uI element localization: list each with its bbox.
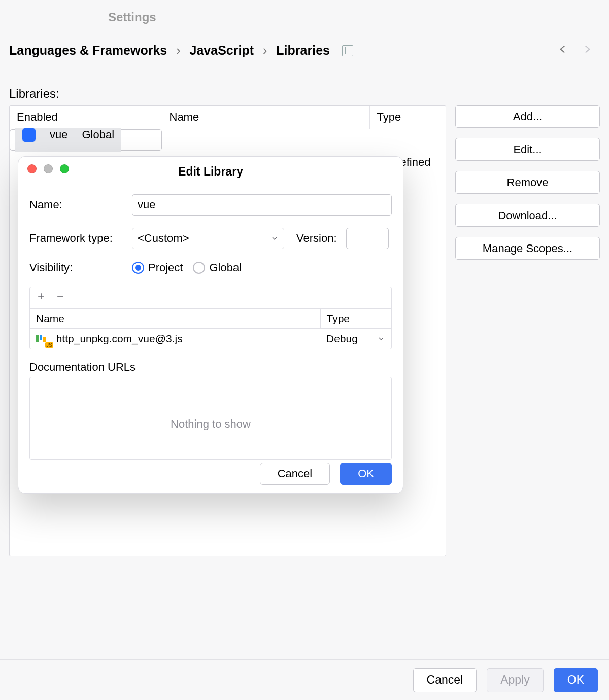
window-close-icon[interactable]	[27, 164, 37, 173]
expand-panel-icon[interactable]	[342, 45, 353, 56]
breadcrumb: Languages & Frameworks › JavaScript › Li…	[9, 43, 556, 58]
chevron-down-icon[interactable]	[377, 335, 385, 343]
visibility-global-radio[interactable]: Global	[193, 261, 242, 274]
empty-state-text: Nothing to show	[30, 399, 391, 459]
breadcrumb-item-libraries[interactable]: Libraries	[276, 43, 330, 58]
dialog-ok-button[interactable]: OK	[340, 463, 392, 485]
dialog-cancel-button[interactable]: Cancel	[260, 463, 330, 485]
js-file-icon	[36, 334, 46, 344]
files-col-name[interactable]: Name	[30, 309, 320, 328]
window-minimize-icon	[44, 164, 53, 173]
remove-button[interactable]: Remove	[455, 171, 600, 194]
visibility-label: Visibility:	[29, 261, 132, 274]
ok-button[interactable]: OK	[554, 668, 598, 692]
framework-type-select[interactable]: <Custom>	[132, 228, 284, 249]
file-name: http_unpkg.com_vue@3.js	[56, 333, 183, 344]
version-label: Version:	[296, 232, 337, 245]
documentation-urls-label: Documentation URLs	[29, 361, 392, 374]
dialog-title: Edit Library	[18, 158, 403, 179]
libraries-label: Libraries:	[9, 87, 600, 101]
nav-forward-icon[interactable]	[581, 43, 594, 58]
col-enabled[interactable]: Enabled	[10, 106, 162, 129]
visibility-project-radio[interactable]: Project	[132, 261, 183, 274]
edit-library-dialog: Edit Library Name: Framework type: <Cust…	[18, 156, 403, 494]
version-input[interactable]	[346, 228, 389, 249]
js-badge-icon: JS	[45, 342, 53, 348]
visibility-global-label: Global	[209, 261, 242, 274]
breadcrumb-item-languages[interactable]: Languages & Frameworks	[9, 43, 167, 58]
name-input[interactable]	[132, 194, 392, 216]
nav-back-icon[interactable]	[556, 43, 569, 58]
col-name[interactable]: Name	[162, 106, 369, 129]
lib-name-cell: vue	[43, 128, 75, 152]
settings-title: Settings	[0, 0, 609, 24]
breadcrumb-separator: ›	[176, 43, 180, 58]
lib-type-cell: Global	[75, 128, 121, 152]
framework-type-value: <Custom>	[138, 232, 189, 245]
col-type[interactable]: Type	[369, 106, 446, 129]
name-label: Name:	[29, 198, 132, 212]
files-col-type[interactable]: Type	[320, 309, 391, 328]
table-row[interactable]: JShttp_unpkg.com_vue@3.js Debug	[30, 328, 391, 349]
apply-button: Apply	[487, 668, 544, 692]
chevron-down-icon	[270, 234, 279, 242]
remove-icon[interactable]	[55, 291, 65, 304]
checkbox-icon[interactable]	[22, 128, 36, 142]
add-button[interactable]: Add...	[455, 105, 600, 128]
cancel-button[interactable]: Cancel	[413, 668, 477, 692]
table-row[interactable]: vue Global	[10, 129, 162, 151]
edit-button[interactable]: Edit...	[455, 138, 600, 161]
documentation-urls-box: Nothing to show	[29, 377, 392, 460]
add-icon[interactable]	[36, 291, 46, 304]
settings-footer: Cancel Apply OK	[0, 659, 609, 700]
framework-type-label: Framework type:	[29, 232, 132, 245]
breadcrumb-separator: ›	[263, 43, 267, 58]
files-table: Name Type JShttp_unpkg.com_vue@3.js Debu…	[29, 287, 392, 349]
manage-scopes-button[interactable]: Manage Scopes...	[455, 237, 600, 260]
visibility-project-label: Project	[148, 261, 183, 274]
breadcrumb-item-javascript[interactable]: JavaScript	[190, 43, 254, 58]
window-zoom-icon[interactable]	[60, 164, 69, 173]
file-type: Debug	[326, 333, 358, 345]
download-button[interactable]: Download...	[455, 204, 600, 227]
